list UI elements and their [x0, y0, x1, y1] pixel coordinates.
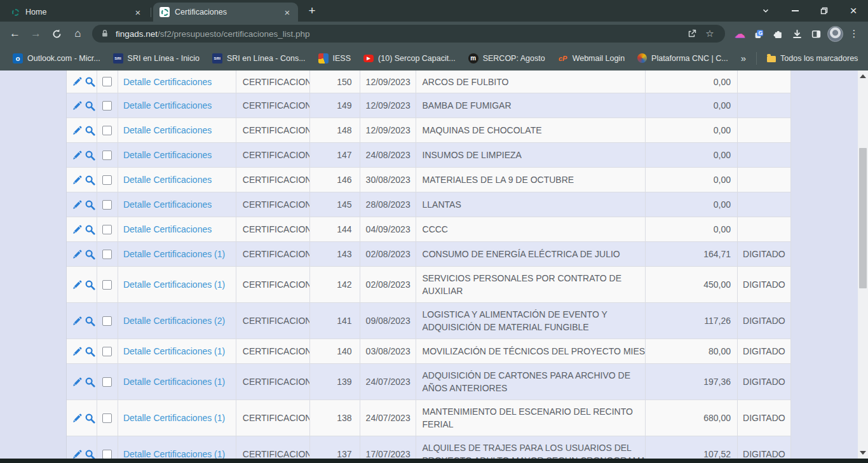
- row-checkbox[interactable]: [102, 280, 112, 290]
- url-bar[interactable]: fingads.net/sf2/presupuesto/certificacio…: [92, 25, 725, 43]
- vertical-scrollbar[interactable]: [858, 70, 868, 459]
- tab-search-chevron-icon[interactable]: [751, 0, 780, 22]
- detail-link[interactable]: Detalle Certificaciones: [123, 150, 212, 160]
- view-icon[interactable]: [85, 413, 95, 424]
- edit-icon[interactable]: [72, 449, 83, 459]
- edit-icon[interactable]: [72, 316, 83, 326]
- bookmark-item[interactable]: mSERCOP: Agosto: [462, 50, 552, 67]
- detail-link[interactable]: Detalle Certificaciones (1): [123, 413, 225, 423]
- close-button[interactable]: ×: [839, 0, 868, 22]
- row-checkbox[interactable]: [102, 347, 112, 356]
- cell-number: 148: [310, 118, 360, 142]
- cell-status: DIGITADO: [738, 242, 791, 266]
- scroll-down-icon[interactable]: [860, 451, 866, 455]
- detail-link[interactable]: Detalle Certificaciones (1): [123, 449, 225, 459]
- extensions-puzzle-icon[interactable]: [768, 24, 787, 43]
- bookmark-item[interactable]: cPWebmail Login: [552, 50, 631, 67]
- view-icon[interactable]: [85, 76, 95, 87]
- detail-link[interactable]: Detalle Certificaciones (1): [123, 249, 225, 259]
- edit-icon[interactable]: [72, 346, 83, 357]
- scroll-up-icon[interactable]: [860, 74, 866, 78]
- detail-link[interactable]: Detalle Certificaciones: [123, 224, 212, 234]
- view-icon[interactable]: [85, 249, 95, 260]
- row-checkbox[interactable]: [102, 200, 112, 210]
- table-row: Detalle CertificacionesCERTIFICACION1440…: [67, 217, 791, 242]
- bookmark-star-icon[interactable]: ☆: [701, 26, 719, 41]
- edit-icon[interactable]: [72, 279, 83, 290]
- view-icon[interactable]: [85, 125, 95, 136]
- tab-certificaciones[interactable]: Certificaciones ×: [153, 3, 298, 22]
- cell-type: CERTIFICACION: [236, 143, 310, 167]
- bookmark-item[interactable]: Plataforma CNC | C...: [631, 50, 735, 67]
- edit-icon[interactable]: [72, 249, 83, 260]
- all-bookmarks-folder[interactable]: Todos los marcadores: [761, 50, 864, 67]
- view-icon[interactable]: [85, 175, 95, 185]
- edit-icon[interactable]: [72, 413, 83, 424]
- edit-icon[interactable]: [72, 224, 83, 235]
- bookmark-item[interactable]: SRISRI en Línea - Inicio: [107, 50, 206, 67]
- row-checkbox[interactable]: [102, 225, 112, 234]
- back-icon[interactable]: ←: [4, 24, 25, 43]
- restore-button[interactable]: [810, 0, 839, 22]
- view-icon[interactable]: [85, 316, 95, 326]
- view-icon[interactable]: [85, 346, 95, 357]
- edit-icon[interactable]: [72, 125, 83, 136]
- detail-link[interactable]: Detalle Certificaciones: [123, 125, 212, 135]
- view-icon[interactable]: [85, 279, 95, 290]
- menu-kebab-icon[interactable]: ⋮: [844, 24, 864, 43]
- row-checkbox[interactable]: [102, 377, 112, 387]
- detail-link[interactable]: Detalle Certificaciones: [123, 77, 212, 87]
- detail-link[interactable]: Detalle Certificaciones (1): [123, 279, 225, 290]
- edit-icon[interactable]: [72, 199, 83, 210]
- tab-home[interactable]: Home ×: [4, 3, 149, 22]
- bookmarks-overflow-icon[interactable]: »: [735, 53, 752, 64]
- row-checkbox[interactable]: [102, 77, 112, 86]
- bookmark-item[interactable]: oOutlook.com - Micr...: [6, 50, 107, 67]
- row-actions: [67, 93, 97, 117]
- downloads-icon[interactable]: [787, 24, 806, 43]
- tab-close-icon[interactable]: ×: [132, 6, 144, 18]
- row-actions: [67, 217, 97, 241]
- detail-link[interactable]: Detalle Certificaciones (2): [123, 316, 225, 326]
- reload-icon[interactable]: [46, 24, 67, 43]
- new-tab-button[interactable]: +: [303, 2, 321, 20]
- edit-icon[interactable]: [72, 100, 83, 111]
- bookmark-item[interactable]: IESS: [312, 50, 358, 67]
- view-icon[interactable]: [85, 449, 95, 459]
- row-checkbox[interactable]: [102, 126, 112, 135]
- row-checkbox[interactable]: [102, 413, 112, 423]
- detail-link[interactable]: Detalle Certificaciones: [123, 175, 212, 185]
- detail-link[interactable]: Detalle Certificaciones (1): [123, 377, 225, 387]
- translate-extension-icon[interactable]: G: [749, 24, 768, 43]
- view-icon[interactable]: [85, 377, 95, 387]
- bookmark-item[interactable]: SRISRI en Línea - Cons...: [206, 50, 312, 67]
- edit-icon[interactable]: [72, 377, 83, 387]
- side-panel-icon[interactable]: [806, 24, 825, 43]
- site-favicon-icon: [10, 7, 20, 17]
- bookmark-item[interactable]: ▶(10) Sercop Capacit...: [357, 50, 462, 67]
- cell-status: DIGITADO: [738, 364, 791, 399]
- row-checkbox[interactable]: [102, 316, 112, 326]
- detail-link[interactable]: Detalle Certificaciones (1): [123, 346, 225, 356]
- detail-link[interactable]: Detalle Certificaciones: [123, 199, 212, 210]
- row-checkbox[interactable]: [102, 151, 112, 160]
- view-icon[interactable]: [85, 100, 95, 111]
- row-checkbox[interactable]: [102, 175, 112, 185]
- share-icon[interactable]: [683, 26, 701, 41]
- scrollbar-thumb[interactable]: [859, 148, 867, 288]
- view-icon[interactable]: [85, 199, 95, 210]
- tab-close-icon[interactable]: ×: [281, 6, 293, 18]
- minimize-button[interactable]: [780, 0, 810, 22]
- edit-icon[interactable]: [72, 76, 83, 87]
- home-icon[interactable]: ⌂: [67, 24, 88, 43]
- view-icon[interactable]: [85, 150, 95, 161]
- weather-extension-icon[interactable]: ☁: [730, 24, 749, 43]
- row-checkbox[interactable]: [102, 450, 112, 459]
- row-checkbox[interactable]: [102, 250, 112, 259]
- detail-link[interactable]: Detalle Certificaciones: [123, 100, 212, 111]
- edit-icon[interactable]: [72, 175, 83, 185]
- row-checkbox[interactable]: [102, 101, 112, 111]
- view-icon[interactable]: [85, 224, 95, 235]
- edit-icon[interactable]: [72, 150, 83, 161]
- profile-avatar[interactable]: [825, 24, 844, 43]
